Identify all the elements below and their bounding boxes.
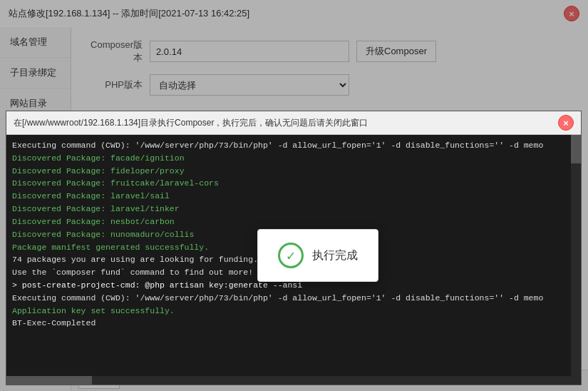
- success-icon: ✓: [278, 243, 304, 268]
- terminal-body: Executing command (CWD): '/www/server/ph…: [6, 135, 581, 376]
- terminal-line: Discovered Package: nesbot/carbon: [12, 215, 575, 228]
- terminal-line: Executing command (CWD): '/www/server/ph…: [12, 292, 575, 305]
- terminal-title-bar: 在[/www/wwwroot/192.168.1.134]目录执行Compose…: [6, 111, 581, 135]
- terminal-scrollbar-thumb: [571, 135, 581, 163]
- terminal-close-button[interactable]: ×: [558, 115, 574, 131]
- terminal-title: 在[/www/wwwroot/192.168.1.134]目录执行Compose…: [14, 117, 368, 129]
- terminal-line: Application key set successfully.: [12, 305, 575, 318]
- terminal-line: Executing command (CWD): '/www/server/ph…: [12, 139, 575, 152]
- success-text: 执行完成: [312, 248, 358, 263]
- terminal-dialog: 在[/www/wwwroot/192.168.1.134]目录执行Compose…: [6, 111, 582, 385]
- terminal-hscrollbar[interactable]: [6, 376, 581, 385]
- terminal-hscrollbar-thumb: [6, 376, 92, 385]
- terminal-line: Discovered Package: fideloper/proxy: [12, 165, 575, 178]
- main-panel: 站点修改[192.168.1.134] -- 添加时间[2021-07-13 1…: [0, 0, 588, 391]
- terminal-line: Discovered Package: facade/ignition: [12, 152, 575, 165]
- terminal-scrollbar[interactable]: [571, 135, 581, 376]
- terminal-line: Discovered Package: fruitcake/laravel-co…: [12, 177, 575, 190]
- terminal-line: Discovered Package: laravel/sail: [12, 190, 575, 203]
- terminal-line: BT-Exec-Completed: [12, 317, 575, 330]
- success-popup: ✓ 执行完成: [257, 229, 378, 282]
- terminal-line: Discovered Package: laravel/tinker: [12, 203, 575, 215]
